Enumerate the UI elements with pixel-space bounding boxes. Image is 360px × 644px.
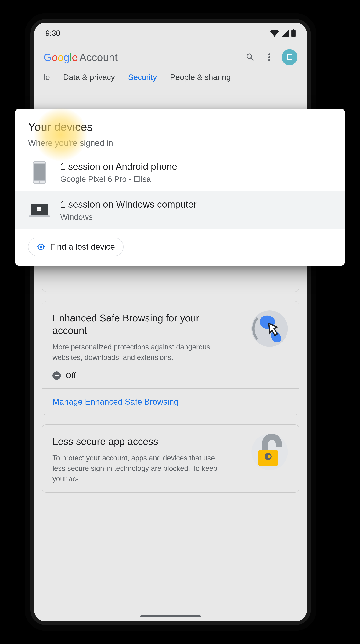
app-bar: Google Account E [34, 44, 307, 71]
tab-security[interactable]: Security [128, 73, 157, 83]
laptop-device-icon [28, 203, 51, 218]
card-enhanced-safe-browsing: Enhanced Safe Browsing for your account … [42, 301, 299, 415]
esb-status-label: Off [65, 371, 76, 380]
esb-title: Enhanced Safe Browsing for your account [52, 312, 230, 336]
device-android-title: 1 session on Android phone [60, 161, 177, 172]
svg-point-2 [268, 59, 270, 61]
svg-point-1 [268, 56, 270, 58]
status-bar: 9:30 [34, 23, 307, 44]
svg-rect-15 [37, 210, 39, 212]
tab-data-privacy[interactable]: Data & privacy [63, 73, 115, 83]
esb-manage-link[interactable]: Manage Enhanced Safe Browsing [52, 397, 178, 406]
svg-rect-13 [37, 207, 39, 209]
esb-status-row: Off [52, 371, 288, 380]
gesture-bar [140, 615, 201, 618]
globe-cursor-icon [251, 310, 288, 348]
find-lost-device-label: Find a lost device [50, 242, 115, 252]
svg-rect-9 [34, 164, 44, 180]
wifi-icon [270, 30, 279, 37]
device-android-sub: Google Pixel 6 Pro - Elisa [60, 175, 177, 184]
minus-circle-icon [52, 372, 61, 380]
target-icon [37, 243, 45, 251]
battery-icon [292, 29, 296, 37]
svg-rect-16 [40, 210, 41, 212]
svg-rect-12 [29, 215, 50, 217]
cell-signal-icon [282, 30, 289, 37]
phone-device-icon [28, 161, 51, 184]
card-less-secure-app-access: Less secure app access To protect your a… [42, 424, 299, 493]
esb-desc: More personalized protections against da… [52, 342, 222, 363]
status-icons [270, 29, 296, 37]
device-row-windows[interactable]: 1 session on Windows computer Windows [15, 191, 345, 229]
account-label: Account [80, 51, 118, 64]
esb-footer[interactable]: Manage Enhanced Safe Browsing [42, 388, 299, 415]
lsa-title: Less secure app access [52, 435, 230, 448]
tab-bar: fo Data & privacy Security People & shar… [34, 71, 307, 89]
find-lost-device-button[interactable]: Find a lost device [28, 238, 124, 256]
your-devices-popup: Your devices Where you're signed in 1 se… [15, 109, 345, 266]
avatar[interactable]: E [282, 49, 298, 65]
popup-title: Your devices [28, 120, 332, 133]
more-vert-icon[interactable] [262, 50, 276, 64]
avatar-initial: E [287, 52, 292, 62]
device-windows-title: 1 session on Windows computer [60, 199, 197, 210]
svg-rect-14 [40, 207, 41, 209]
tab-people-sharing[interactable]: People & sharing [170, 73, 231, 83]
svg-point-10 [39, 181, 40, 182]
search-icon[interactable] [244, 50, 257, 64]
svg-point-0 [268, 54, 270, 55]
unlocked-padlock-icon [251, 433, 288, 471]
svg-point-18 [40, 246, 42, 248]
google-account-logo: Google Account [44, 51, 118, 64]
status-time: 9:30 [46, 29, 60, 38]
tab-personal-info-partial[interactable]: fo [43, 73, 50, 83]
device-row-android[interactable]: 1 session on Android phone Google Pixel … [15, 154, 345, 191]
device-windows-sub: Windows [60, 212, 197, 222]
lsa-desc: To protect your account, apps and device… [52, 453, 222, 484]
svg-point-7 [268, 455, 271, 458]
popup-subtitle: Where you're signed in [28, 138, 332, 148]
card-truncated-above [42, 280, 299, 292]
